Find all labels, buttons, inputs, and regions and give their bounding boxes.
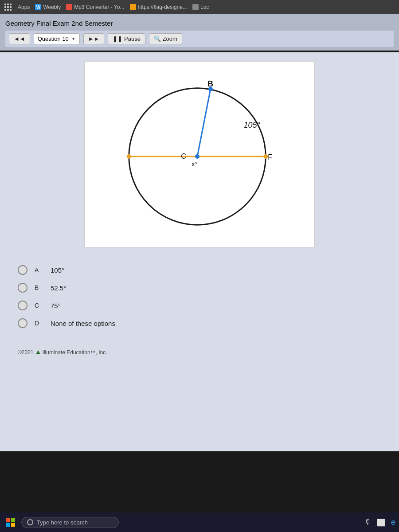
copyright-year: ©2021: [18, 349, 34, 356]
choice-c-text: 75°: [51, 302, 61, 309]
angle-105-label: 105°: [244, 121, 260, 129]
windows-logo-icon: [6, 518, 15, 527]
tab-loc[interactable]: Loc: [192, 4, 209, 10]
company-name: Illuminate Education™, Inc.: [43, 349, 107, 356]
choice-c[interactable]: C 75°: [18, 301, 381, 310]
svg-marker-7: [36, 350, 40, 354]
tab-weebly[interactable]: W Weebly: [35, 4, 61, 10]
choice-a[interactable]: A 105°: [18, 265, 381, 275]
svg-rect-11: [11, 523, 15, 527]
search-placeholder: Type here to search: [37, 519, 88, 526]
svg-point-6: [208, 87, 213, 91]
microphone-icon[interactable]: 🎙: [364, 518, 372, 526]
start-button[interactable]: [4, 515, 18, 529]
svg-point-3: [195, 154, 200, 159]
svg-point-5: [263, 154, 268, 159]
choice-c-letter: C: [35, 302, 43, 309]
choice-d[interactable]: D None of these options: [18, 318, 381, 328]
answer-choices: A 105° B 52.5° C 75° D None of these opt…: [9, 261, 390, 340]
svg-point-4: [127, 154, 131, 159]
point-c-label: C: [181, 153, 186, 160]
point-f-label: F: [268, 153, 272, 161]
browser-chrome: Apps W Weebly Mp3 Converter - Yo... http…: [0, 0, 399, 14]
pause-button[interactable]: ❚❚ Pause: [108, 33, 145, 44]
choice-a-text: 105°: [51, 266, 64, 274]
question-label: Question 10: [38, 35, 69, 42]
search-circle-icon: [27, 519, 33, 525]
chevron-down-icon: ▼: [71, 36, 76, 41]
footer: ©2021 Illuminate Education™, Inc.: [9, 340, 390, 360]
apps-label: Apps: [18, 4, 30, 10]
page-title: Geometry Final Exam 2nd Semester: [5, 18, 394, 31]
illuminate-logo-icon: [35, 350, 41, 355]
prev-button[interactable]: ◄◄: [9, 33, 30, 44]
choice-a-letter: A: [35, 266, 43, 274]
choice-b-letter: B: [35, 284, 43, 291]
toolbar: ◄◄ Question 10 ▼ ►► ❚❚ Pause 🔍 Zoom: [5, 31, 394, 47]
taskbar: Type here to search 🎙 ⬜ e: [0, 512, 399, 532]
choice-d-text: None of these options: [51, 320, 115, 327]
svg-rect-9: [11, 518, 15, 522]
taskbar-search[interactable]: Type here to search: [21, 517, 119, 528]
tab-mp3[interactable]: Mp3 Converter - Yo...: [66, 4, 124, 10]
main-content: Geometry Final Exam 2nd Semester ◄◄ Ques…: [0, 14, 399, 51]
tab-flag[interactable]: https://flag-designe...: [130, 4, 187, 10]
angle-x-label: x°: [192, 160, 197, 168]
radio-d[interactable]: [18, 318, 27, 328]
choice-d-letter: D: [35, 320, 43, 327]
point-b-label: B: [207, 79, 213, 88]
choice-b-text: 52.5°: [51, 284, 66, 292]
taskbar-icons: 🎙 ⬜ e: [364, 518, 395, 527]
choice-b[interactable]: B 52.5°: [18, 283, 381, 293]
svg-rect-8: [6, 518, 10, 522]
diagram-container: B C x° F 105°: [84, 61, 315, 247]
question-area: B C x° F 105° A 105°: [0, 52, 399, 451]
radio-c[interactable]: [18, 301, 27, 310]
radio-a[interactable]: [18, 265, 27, 275]
next-button[interactable]: ►►: [83, 33, 105, 44]
svg-rect-10: [6, 523, 10, 527]
radio-b[interactable]: [18, 283, 27, 293]
apps-icon[interactable]: [4, 3, 12, 12]
zoom-button[interactable]: 🔍 Zoom: [149, 33, 182, 44]
edge-icon[interactable]: e: [391, 518, 395, 527]
desktop-icon[interactable]: ⬜: [377, 518, 386, 527]
geometry-diagram: B C x° F 105°: [85, 62, 314, 247]
question-selector[interactable]: Question 10 ▼: [34, 33, 80, 44]
